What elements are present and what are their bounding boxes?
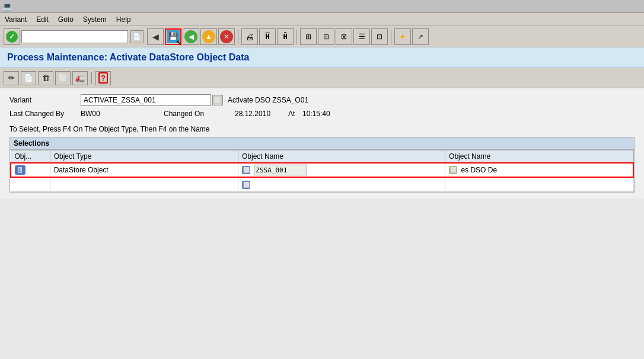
separator-2 bbox=[297, 30, 297, 44]
print-button[interactable]: 🖨 bbox=[241, 28, 258, 45]
page-icon: 📄 bbox=[133, 33, 141, 40]
find-next-icon: H̄ bbox=[283, 33, 287, 41]
settings-icon5: ⊡ bbox=[377, 33, 382, 41]
row1-obj-cell: 🗄 bbox=[11, 163, 50, 177]
up-button[interactable]: ▲ bbox=[200, 28, 217, 45]
variant-input[interactable] bbox=[81, 94, 211, 106]
menu-help[interactable]: Help bbox=[116, 15, 131, 24]
up-icon: ▲ bbox=[202, 30, 215, 43]
variant-lookup-btn[interactable]: ⬜ bbox=[212, 95, 223, 105]
find-next-button[interactable]: H̄ bbox=[277, 28, 294, 45]
check-button[interactable]: ✓ bbox=[4, 28, 20, 45]
settings-btn1[interactable]: ⊞ bbox=[300, 28, 317, 45]
menu-variant[interactable]: Variant bbox=[5, 15, 27, 24]
row1-desc-cell: ⬜ es DSO De bbox=[445, 163, 633, 177]
selections-header: Selections bbox=[10, 137, 634, 150]
star-icon: ✦ bbox=[399, 32, 406, 41]
table-header-row: Obj... Object Type Object Name Object Na… bbox=[11, 150, 633, 164]
content-area: Variant ⬜ Activate DSO ZSSA_O01 Last Cha… bbox=[0, 88, 644, 198]
col-header-namedesc: Object Name bbox=[445, 150, 633, 164]
row2-obj-cell bbox=[11, 177, 50, 191]
main-toolbar: ✓ 📄 ◀ 💾 ↖ ◀ ▲ ✕ 🖨 H̅ H̄ ⊞ ⊟ bbox=[0, 26, 644, 47]
copy-icon: ⬜ bbox=[59, 74, 68, 82]
transport-icon: 🚛 bbox=[75, 73, 85, 82]
row1-name-input[interactable] bbox=[254, 165, 307, 175]
lookup-icon: ⬜ bbox=[214, 97, 221, 104]
row1-type-cell: DataStore Object bbox=[50, 163, 238, 177]
back-icon: ◀ bbox=[184, 30, 197, 43]
info-icon: ? bbox=[98, 72, 108, 84]
row1-desc-text: es DSO De bbox=[461, 166, 497, 174]
save-button[interactable]: 💾 ↖ bbox=[165, 28, 181, 45]
changed-on-time: 10:15:40 bbox=[302, 110, 385, 118]
print-icon: 🖨 bbox=[246, 32, 254, 41]
command-input[interactable] bbox=[21, 30, 128, 43]
app-icon: 💻 bbox=[2, 2, 12, 11]
check-icon: ✓ bbox=[6, 31, 18, 43]
save-icon: 💾 bbox=[167, 30, 180, 43]
info-text: To Select, Press F4 On The Object Type, … bbox=[9, 125, 635, 133]
menu-edit[interactable]: Edit bbox=[36, 15, 49, 24]
settings-btn4[interactable]: ☰ bbox=[353, 28, 370, 45]
settings-btn3[interactable]: ⊠ bbox=[336, 28, 352, 45]
col-header-name: Object Name bbox=[238, 150, 445, 164]
settings-btn5[interactable]: ⊡ bbox=[371, 28, 388, 45]
transport-btn[interactable]: 🚛 bbox=[72, 71, 88, 85]
changed-row: Last Changed By BW00 Changed On 28.12.20… bbox=[9, 110, 635, 118]
find-button[interactable]: H̅ bbox=[259, 28, 276, 45]
info-btn[interactable]: ? bbox=[95, 71, 111, 85]
command-icon[interactable]: 📄 bbox=[130, 30, 144, 43]
settings-icon4: ☰ bbox=[359, 33, 365, 41]
changed-on-at: At bbox=[288, 110, 302, 118]
menu-bar: Variant Edit Goto System Help bbox=[0, 13, 644, 26]
variant-row: Variant ⬜ Activate DSO ZSSA_O01 bbox=[9, 94, 635, 106]
settings-btn2[interactable]: ⊟ bbox=[318, 28, 334, 45]
changed-on-label: Changed On bbox=[164, 110, 235, 118]
cancel-icon: ✕ bbox=[220, 30, 233, 43]
row1-lookup-icon: ⬜ bbox=[449, 166, 457, 174]
row1-object-type: DataStore Object bbox=[54, 166, 109, 174]
menu-system[interactable]: System bbox=[83, 15, 107, 24]
nav-back-btn[interactable]: ◀ bbox=[147, 28, 164, 45]
table-row: ⬜ bbox=[11, 177, 633, 191]
changed-on-date: 28.12.2010 bbox=[235, 110, 288, 118]
star-btn[interactable]: ✦ bbox=[394, 28, 411, 45]
selections-table: Obj... Object Type Object Name Object Na… bbox=[10, 150, 634, 192]
row1-name-cell: ⬜ bbox=[238, 163, 445, 177]
edit-btn[interactable]: ✏ bbox=[4, 71, 19, 85]
settings-icon3: ⊠ bbox=[341, 33, 347, 41]
arrow-icon: ↗ bbox=[417, 33, 423, 41]
back-button[interactable]: ◀ bbox=[183, 28, 199, 45]
last-changed-label: Last Changed By bbox=[9, 110, 81, 118]
cancel-button[interactable]: ✕ bbox=[218, 28, 235, 45]
col-header-type: Object Type bbox=[50, 150, 238, 164]
row1-name-icon: ⬜ bbox=[242, 166, 250, 174]
left-arrow-icon: ◀ bbox=[152, 32, 159, 41]
selections-table-container: Selections Obj... Object Type Object Nam… bbox=[9, 137, 635, 193]
separator-1 bbox=[238, 30, 238, 44]
row2-name-icon: ⬜ bbox=[242, 181, 250, 189]
arrow-btn[interactable]: ↗ bbox=[412, 28, 429, 45]
secondary-toolbar: ✏ 📄 🗑 ⬜ 🚛 ? bbox=[0, 68, 644, 88]
separator-3 bbox=[391, 30, 391, 44]
last-changed-value: BW00 bbox=[81, 110, 164, 118]
row2-name-cell: ⬜ bbox=[238, 177, 445, 191]
variant-label: Variant bbox=[9, 96, 81, 104]
variant-desc: Activate DSO ZSSA_O01 bbox=[228, 96, 308, 104]
copy-btn[interactable]: ⬜ bbox=[55, 71, 71, 85]
sec-sep-1 bbox=[91, 72, 92, 84]
delete-btn[interactable]: 🗑 bbox=[38, 71, 53, 85]
page-title: Process Maintenance: Activate DataStore … bbox=[0, 47, 644, 68]
col-header-obj: Obj... bbox=[11, 150, 50, 164]
row2-desc-cell bbox=[445, 177, 633, 191]
row2-type-cell bbox=[50, 177, 238, 191]
new-btn[interactable]: 📄 bbox=[21, 71, 36, 85]
pencil-icon: ✏ bbox=[8, 73, 15, 82]
datastore-icon: 🗄 bbox=[15, 165, 25, 175]
table-row: 🗄 DataStore Object ⬜ ⬜ es DSO De bbox=[11, 163, 633, 177]
settings-icon2: ⊟ bbox=[323, 33, 329, 41]
menu-goto[interactable]: Goto bbox=[58, 15, 74, 24]
title-bar: 💻 bbox=[0, 0, 644, 13]
find-icon: H̅ bbox=[265, 33, 269, 41]
new-icon: 📄 bbox=[24, 73, 33, 82]
